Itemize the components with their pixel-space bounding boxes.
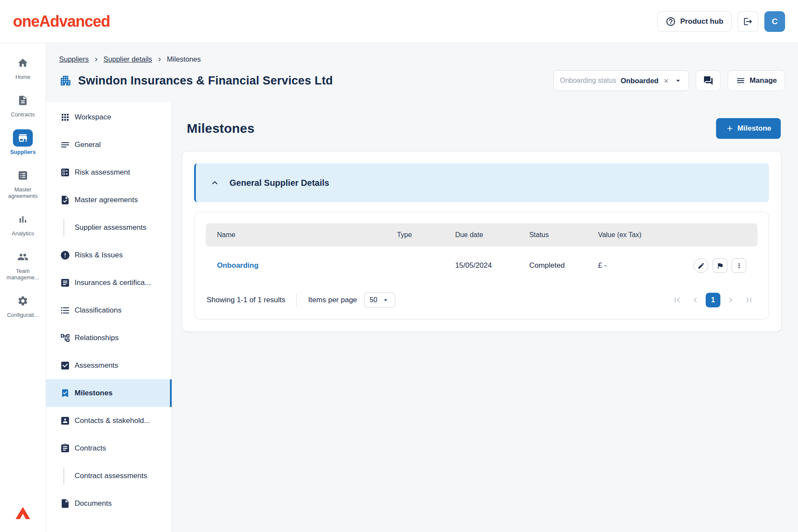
- building-icon: [59, 74, 72, 87]
- items-per-page-select[interactable]: 50: [364, 292, 395, 308]
- supplier-title-row: Swindon Insurances & Financial Services …: [59, 70, 785, 91]
- sidebar-item-contracts[interactable]: Contracts: [46, 435, 172, 462]
- chevron-right-icon: [92, 56, 100, 63]
- column-header-name: Name: [217, 231, 397, 239]
- manage-button[interactable]: Manage: [728, 70, 785, 91]
- last-page-button[interactable]: [741, 292, 757, 308]
- milestone-name-link[interactable]: Onboarding: [217, 261, 258, 269]
- main-content: Milestones Milestone General Supplier De…: [172, 102, 798, 532]
- footer-divider: [296, 294, 297, 307]
- collapse-section-button[interactable]: [210, 178, 220, 188]
- primary-nav-rail: Home Contracts Suppliers Master agreemen…: [0, 43, 46, 532]
- milestones-title-row: Milestones Milestone: [182, 118, 782, 139]
- row-more-button[interactable]: [732, 258, 746, 273]
- rail-item-home[interactable]: Home: [0, 51, 46, 84]
- column-header-status: Status: [529, 231, 598, 239]
- team-management-icon: [13, 248, 33, 266]
- milestones-table: Name Type Due date Status Value (ex Tax)…: [194, 212, 769, 319]
- page-header: Suppliers Supplier details Milestones Sw…: [46, 43, 798, 102]
- documents-icon: [60, 498, 70, 509]
- chevron-right-icon: [156, 56, 163, 63]
- sidebar-item-milestones[interactable]: Milestones: [46, 379, 172, 407]
- sidebar-item-contacts-stakeholders[interactable]: Contacts & stakehold...: [46, 407, 172, 435]
- table-footer: Showing 1-1 of 1 results Items per page …: [206, 292, 757, 308]
- column-header-value: Value (ex Tax): [598, 231, 667, 239]
- last-page-icon: [744, 295, 754, 305]
- master-agreements-icon: [13, 167, 33, 184]
- sidebar-item-workspace[interactable]: Workspace: [46, 103, 172, 131]
- sidebar-item-supplier-assessments[interactable]: Supplier assessments: [46, 214, 172, 241]
- sidebar-item-master-agreements[interactable]: Master agreements: [46, 186, 172, 214]
- chevron-down-icon: [382, 296, 390, 304]
- sidebar-item-documents[interactable]: Documents: [46, 490, 172, 517]
- kebab-menu-icon: [735, 262, 743, 269]
- onboarding-status-filter[interactable]: Onboarding status Onboarded: [553, 70, 689, 91]
- sidebar-item-assessments[interactable]: Assessments: [46, 352, 172, 379]
- milestone-status: Completed: [529, 261, 598, 270]
- plus-icon: [726, 124, 734, 133]
- sidebar-item-relationships[interactable]: Relationships: [46, 324, 172, 352]
- add-milestone-button[interactable]: Milestone: [716, 118, 781, 139]
- configuration-icon: [13, 292, 33, 310]
- rail-item-suppliers[interactable]: Suppliers: [0, 126, 46, 159]
- next-page-button[interactable]: [723, 292, 738, 308]
- breadcrumb-suppliers[interactable]: Suppliers: [59, 55, 89, 63]
- sidebar-item-risks-issues[interactable]: Risks & Issues: [46, 241, 172, 269]
- classifications-icon: [60, 305, 70, 316]
- sidebar-item-general[interactable]: General: [46, 131, 172, 159]
- first-page-icon: [672, 295, 682, 305]
- user-avatar[interactable]: C: [764, 11, 785, 32]
- product-hub-button[interactable]: Product hub: [657, 11, 732, 32]
- chat-icon: [703, 75, 713, 86]
- suppliers-icon: [13, 129, 33, 147]
- flag-icon: [716, 262, 724, 269]
- sidebar-item-insurances[interactable]: Insurances & certifica...: [46, 269, 172, 297]
- row-actions: [667, 258, 746, 273]
- general-icon: [60, 140, 70, 150]
- milestones-icon: [60, 388, 70, 398]
- breadcrumb-current: Milestones: [167, 55, 201, 63]
- logout-icon: [743, 17, 753, 26]
- rail-item-master-agreements[interactable]: Master agreements: [0, 163, 46, 203]
- sidebar-item-classifications[interactable]: Classifications: [46, 297, 172, 324]
- assessments-icon: [60, 360, 70, 371]
- page-title: Milestones: [187, 121, 254, 136]
- contracts-icon: [13, 92, 33, 109]
- breadcrumb: Suppliers Supplier details Milestones: [59, 55, 785, 63]
- first-page-button[interactable]: [669, 292, 685, 308]
- comments-button[interactable]: [696, 70, 721, 91]
- indent-divider: [63, 219, 64, 236]
- page-1-button[interactable]: 1: [706, 293, 720, 307]
- milestones-card: General Supplier Details Name Type Due d…: [182, 151, 782, 332]
- edit-icon: [697, 262, 705, 269]
- supplier-actions: Onboarding status Onboarded Manage: [553, 70, 785, 91]
- rail-item-configuration[interactable]: Configurati...: [0, 289, 46, 322]
- items-per-page-label: Items per page: [308, 296, 357, 304]
- analytics-icon: [13, 211, 33, 228]
- sidebar-item-risk-assessment[interactable]: Risk assessment: [46, 159, 172, 186]
- logout-button[interactable]: [738, 11, 758, 32]
- chevron-down-icon: [674, 76, 682, 85]
- insurances-icon: [60, 278, 70, 288]
- column-header-type: Type: [397, 231, 455, 239]
- one-advanced-logo[interactable]: oneAdvanced: [13, 13, 110, 31]
- milestone-value: £ -: [598, 261, 667, 270]
- flag-milestone-button[interactable]: [713, 258, 727, 273]
- rail-item-contracts[interactable]: Contracts: [0, 88, 46, 122]
- home-icon: [13, 54, 33, 72]
- table-row: Onboarding 15/05/2024 Completed £ -: [206, 247, 757, 285]
- supplier-name: Swindon Insurances & Financial Services …: [78, 74, 333, 88]
- indent-divider: [63, 467, 64, 485]
- rail-item-team-management[interactable]: Team manageme...: [0, 245, 46, 285]
- table-header-row: Name Type Due date Status Value (ex Tax): [206, 223, 757, 247]
- breadcrumb-supplier-details[interactable]: Supplier details: [104, 55, 152, 63]
- clear-status-icon[interactable]: [663, 78, 669, 84]
- prev-page-button[interactable]: [688, 292, 703, 308]
- general-supplier-details-section[interactable]: General Supplier Details: [194, 163, 769, 202]
- prev-page-icon: [691, 295, 700, 305]
- rail-item-analytics[interactable]: Analytics: [0, 207, 46, 241]
- risk-assessment-icon: [60, 167, 70, 178]
- top-bar: oneAdvanced Product hub C: [0, 0, 798, 43]
- edit-milestone-button[interactable]: [694, 258, 708, 273]
- sidebar-item-contract-assessments[interactable]: Contract assessments: [46, 462, 172, 490]
